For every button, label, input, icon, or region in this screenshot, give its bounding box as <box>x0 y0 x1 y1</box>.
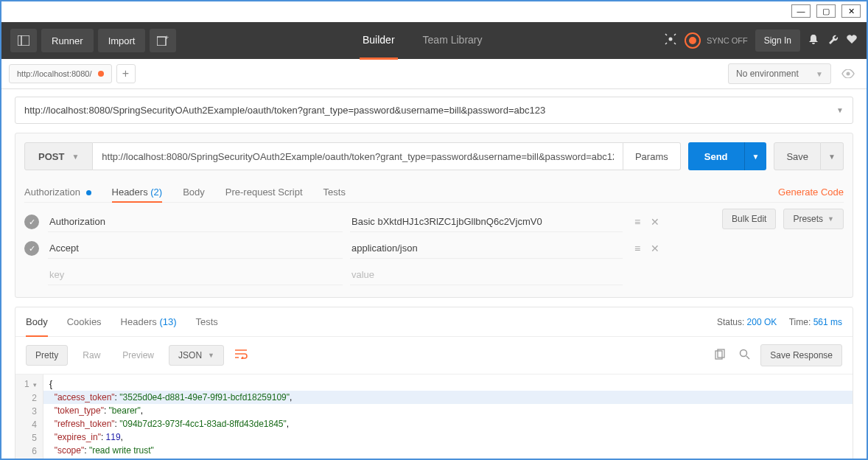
drag-handle-icon[interactable]: ≡ <box>634 216 640 228</box>
delete-icon[interactable]: ✕ <box>651 243 659 254</box>
header-value-input[interactable]: value <box>350 265 623 285</box>
response-tab-headers[interactable]: Headers (13) <box>121 307 177 336</box>
params-button[interactable]: Params <box>623 142 681 170</box>
satellite-icon[interactable] <box>664 32 677 49</box>
code-content[interactable]: { "access_token": "3525d0e4-d881-49e7-9f… <box>43 374 853 460</box>
sync-status[interactable]: SYNC OFF <box>685 32 748 49</box>
heart-icon[interactable] <box>846 33 858 48</box>
tab-authorization[interactable]: Authorization <box>24 182 91 202</box>
format-dropdown[interactable]: JSON ▼ <box>169 345 224 366</box>
drag-handle-icon[interactable]: ≡ <box>634 243 640 254</box>
header-key-input[interactable]: Accept <box>48 238 343 259</box>
history-url-dropdown[interactable]: http://localhost:8080/SpringSecurityOAut… <box>15 97 853 124</box>
save-response-button[interactable]: Save Response <box>760 344 842 366</box>
presets-dropdown[interactable]: Presets ▼ <box>783 209 844 229</box>
window-close-button[interactable]: ✕ <box>841 4 861 18</box>
response-tab-cookies[interactable]: Cookies <box>67 307 102 336</box>
chevron-down-icon: ▼ <box>208 352 214 359</box>
sign-in-button[interactable]: Sign In <box>755 29 800 52</box>
tab-headers[interactable]: Headers (2) <box>112 182 163 202</box>
tab-body[interactable]: Body <box>183 182 205 202</box>
svg-point-4 <box>669 38 673 41</box>
svg-point-8 <box>741 350 747 357</box>
checkmark-icon[interactable]: ✓ <box>24 241 39 256</box>
svg-line-9 <box>746 356 749 359</box>
tab-pre-request-script[interactable]: Pre-request Script <box>225 182 303 202</box>
unsaved-dot-icon <box>98 71 104 77</box>
sidebar-toggle-icon[interactable] <box>10 29 37 52</box>
header-value-input[interactable]: application/json <box>350 238 623 259</box>
request-tab-label: http://localhost:8080/ <box>17 69 92 78</box>
tab-builder[interactable]: Builder <box>360 22 398 60</box>
notifications-icon[interactable] <box>808 33 819 48</box>
bulk-edit-button[interactable]: Bulk Edit <box>722 209 776 229</box>
line-gutter: 1 ▾234567 <box>15 374 43 460</box>
line-wrap-icon[interactable] <box>231 346 251 365</box>
generate-code-link[interactable]: Generate Code <box>778 187 844 198</box>
checkmark-icon[interactable]: ✓ <box>24 215 39 229</box>
save-dropdown-button[interactable]: ▼ <box>821 142 844 170</box>
sync-label: SYNC OFF <box>707 36 748 45</box>
new-window-icon[interactable]: + <box>150 29 176 52</box>
view-raw-button[interactable]: Raw <box>75 346 108 365</box>
environment-label: No environment <box>736 69 799 79</box>
header-key-input[interactable]: Authorization <box>48 212 343 232</box>
svg-point-5 <box>847 72 850 76</box>
svg-text:+: + <box>165 35 169 41</box>
header-row-empty: key value <box>24 262 707 288</box>
request-url-input[interactable] <box>93 142 623 170</box>
tab-tests[interactable]: Tests <box>323 182 346 202</box>
view-preview-button[interactable]: Preview <box>115 346 161 365</box>
view-pretty-button[interactable]: Pretty <box>26 345 68 366</box>
history-url-text: http://localhost:8080/SpringSecurityOAut… <box>24 105 545 116</box>
active-dot-icon <box>86 190 91 195</box>
chevron-down-icon: ▼ <box>816 70 823 78</box>
search-icon[interactable] <box>736 346 753 365</box>
response-time-value[interactable]: 561 ms <box>813 317 842 327</box>
response-body-code[interactable]: 1 ▾234567 { "access_token": "3525d0e4-d8… <box>15 374 853 460</box>
sync-record-icon <box>685 32 701 49</box>
send-dropdown-button[interactable]: ▼ <box>744 142 767 170</box>
environment-dropdown[interactable]: No environment ▼ <box>728 63 831 84</box>
chevron-down-icon: ▼ <box>836 106 844 114</box>
http-method-dropdown[interactable]: POST ▼ <box>24 142 93 170</box>
http-method-label: POST <box>38 151 64 162</box>
header-value-input[interactable]: Basic bXktdHJ1c3RlZC1jbGllbnQ6c2VjcmV0 <box>350 212 623 232</box>
save-button[interactable]: Save <box>774 142 821 170</box>
environment-preview-icon[interactable] <box>837 63 859 84</box>
request-tab-1[interactable]: http://localhost:8080/ <box>9 64 112 83</box>
window-minimize-button[interactable]: — <box>791 4 811 18</box>
header-row: ✓ Authorization Basic bXktdHJ1c3RlZC1jbG… <box>24 209 707 235</box>
chevron-down-icon: ▼ <box>827 215 834 223</box>
import-button[interactable]: Import <box>98 29 146 52</box>
response-status: Status: 200 OK Time: 561 ms <box>717 317 842 327</box>
response-tab-body[interactable]: Body <box>26 307 48 336</box>
header-key-input[interactable]: key <box>48 265 343 285</box>
delete-icon[interactable]: ✕ <box>651 216 659 228</box>
runner-button[interactable]: Runner <box>41 29 94 52</box>
chevron-down-icon: ▼ <box>71 153 79 161</box>
tab-team-library[interactable]: Team Library <box>420 22 486 60</box>
header-row: ✓ Accept application/json ≡ ✕ <box>24 235 707 262</box>
send-button[interactable]: Send <box>688 142 744 170</box>
status-code-value[interactable]: 200 OK <box>747 317 777 327</box>
svg-rect-0 <box>18 35 29 46</box>
settings-wrench-icon[interactable] <box>827 33 839 48</box>
response-tab-tests[interactable]: Tests <box>196 307 218 336</box>
add-tab-button[interactable]: + <box>116 64 136 83</box>
copy-icon[interactable] <box>712 346 729 365</box>
window-maximize-button[interactable]: ▢ <box>816 4 836 18</box>
